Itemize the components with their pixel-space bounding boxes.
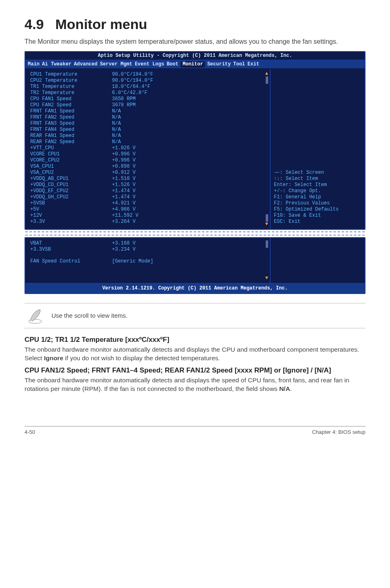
footer-page-number: 4-50 bbox=[25, 429, 35, 435]
row-label: +VDDQ_EF_CPU2 bbox=[30, 188, 112, 194]
scroll-thumb-bottom[interactable] bbox=[266, 214, 268, 222]
tab-main[interactable]: Main bbox=[28, 61, 40, 67]
table-row: +12V+11.592 V bbox=[30, 213, 267, 219]
fan-speed-control-row[interactable]: FAN Speed ControlGeneric Mode bbox=[30, 258, 267, 265]
row-value: Generic Mode bbox=[112, 258, 153, 265]
section-title: Monitor menu bbox=[55, 16, 147, 32]
scroll-up-icon[interactable]: ▲ bbox=[265, 71, 268, 77]
table-row: +VDDQ_GH_CPU2+1.474 V bbox=[30, 194, 267, 200]
help-line: ESC: Exit bbox=[274, 219, 338, 225]
tab-security[interactable]: Security bbox=[207, 61, 231, 67]
tab-advanced[interactable]: Advanced bbox=[74, 61, 98, 67]
help-line: ↑↓: Select Item bbox=[274, 176, 338, 182]
table-row: CPU2 Temperature90.0°C/194.0°F bbox=[30, 78, 267, 84]
para-text: if you do not wish to display the detect… bbox=[63, 355, 220, 361]
row-value: 90.0°C/194.0°F bbox=[112, 72, 153, 78]
row-label: VSA_CPU2 bbox=[30, 170, 112, 176]
row-value: +11.592 V bbox=[112, 213, 139, 219]
row-label: +5V bbox=[30, 206, 112, 213]
para-text: . bbox=[290, 385, 292, 392]
scroll-down-icon[interactable]: ▼ bbox=[265, 221, 268, 227]
tab-exit[interactable]: Exit bbox=[247, 61, 259, 67]
row-value: +1.474 V bbox=[112, 188, 136, 194]
row-label: VBAT bbox=[30, 240, 112, 247]
table-row: +VDDQ_EF_CPU2+1.474 V bbox=[30, 188, 267, 194]
note-callout: Use the scroll to view items. bbox=[25, 303, 365, 328]
row-label: FRNT FAN1 Speed bbox=[30, 108, 112, 114]
scroll-down-icon-2[interactable]: ▼ bbox=[265, 275, 268, 281]
paragraph-fanspeed: The onboard hardware monitor automatical… bbox=[25, 376, 365, 393]
table-row: REAR FAN1 SpeedN/A bbox=[30, 133, 267, 139]
row-value: +1.510 V bbox=[112, 176, 136, 182]
row-value: N/A bbox=[112, 133, 121, 139]
bios-footer: Version 2.14.1219. Copyright (C) 2011 Am… bbox=[25, 283, 365, 293]
row-value: +0.996 V bbox=[112, 151, 136, 157]
row-value: +0.912 V bbox=[112, 170, 136, 176]
row-value: 3658 RPM bbox=[112, 96, 136, 102]
bios-left-pane: ▲ ▼ CPU1 Temperature90.0°C/194.0°FCPU2 T… bbox=[25, 69, 271, 229]
paragraph-temperature: The onboard hardware monitor automatical… bbox=[25, 346, 365, 363]
row-value: +3.168 V bbox=[112, 240, 136, 247]
scroll-thumb-top[interactable] bbox=[266, 76, 268, 84]
note-icon bbox=[26, 307, 44, 324]
row-value: +0.898 V bbox=[112, 164, 136, 170]
row-value: N/A bbox=[112, 139, 121, 145]
table-row: +3.3V+3.264 V bbox=[30, 219, 267, 225]
row-label: TR2 Temperature bbox=[30, 90, 112, 96]
bios-right-pane: →←: Select Screen↑↓: Select ItemEnter: S… bbox=[271, 69, 365, 229]
row-label: +3.3VSB bbox=[30, 247, 112, 253]
row-value: +0.996 V bbox=[112, 157, 136, 164]
row-label: +VDDQ_GH_CPU2 bbox=[30, 194, 112, 200]
help-line: F1: General Help bbox=[274, 194, 338, 200]
row-label: FRNT FAN2 Speed bbox=[30, 114, 112, 121]
table-row: VSA_CPU2+0.912 V bbox=[30, 170, 267, 176]
help-line: +/-: Change Opt. bbox=[274, 188, 338, 194]
tab-event-logs[interactable]: Event Logs bbox=[135, 61, 164, 67]
subheading-temperature: CPU 1/2; TR1 1/2 Temperature [xxxºC/xxxº… bbox=[25, 336, 365, 344]
table-row: +3.3VSB+3.234 V bbox=[30, 247, 267, 253]
table-row: +VTT_CPU+1.026 V bbox=[30, 145, 267, 151]
row-label: +5VSB bbox=[30, 200, 112, 206]
para-text: The onboard hardware monitor automatical… bbox=[25, 377, 349, 392]
tab-tool[interactable]: Tool bbox=[233, 61, 245, 67]
row-label: FRNT FAN4 Speed bbox=[30, 127, 112, 133]
row-label: +12V bbox=[30, 213, 112, 219]
section-heading: 4.9Monitor menu bbox=[25, 16, 365, 32]
row-value: +3.234 V bbox=[112, 247, 136, 253]
row-value: N/A bbox=[112, 114, 121, 121]
row-label: REAR FAN1 Speed bbox=[30, 133, 112, 139]
page-footer: 4-50 Chapter 4: BIOS setup bbox=[25, 426, 365, 435]
table-row: +5VSB+4.921 V bbox=[30, 200, 267, 206]
row-label: TR1 Temperature bbox=[30, 84, 112, 90]
row-value: N/A bbox=[112, 121, 121, 127]
row-value: +4.966 V bbox=[112, 206, 136, 213]
tab-monitor[interactable]: Monitor bbox=[181, 61, 204, 67]
bios-split-gap bbox=[25, 231, 365, 236]
row-value: +4.921 V bbox=[112, 200, 136, 206]
help-line: F5: Optimized Defaults bbox=[274, 206, 338, 213]
help-line: F2: Previous Values bbox=[274, 200, 338, 206]
row-value: +1.026 V bbox=[112, 145, 136, 151]
table-row: CPU1 Temperature90.0°C/194.0°F bbox=[30, 72, 267, 78]
row-value: 90.0°C/194.0°F bbox=[112, 78, 153, 84]
subheading-fanspeed: CPU FAN1/2 Speed; FRNT FAN1–4 Speed; REA… bbox=[25, 366, 365, 375]
row-value: +3.264 V bbox=[112, 219, 136, 225]
tab-ai-tweaker[interactable]: Ai Tweaker bbox=[42, 61, 72, 67]
row-label: CPU FAN1 Speed bbox=[30, 96, 112, 102]
table-row: REAR FAN2 SpeedN/A bbox=[30, 139, 267, 145]
row-label: CPU FAN2 Speed bbox=[30, 102, 112, 108]
row-label: VCORE CPU1 bbox=[30, 151, 112, 157]
scroll-thumb-2[interactable] bbox=[266, 240, 268, 248]
footer-chapter: Chapter 4: BIOS setup bbox=[312, 429, 365, 435]
table-row: FRNT FAN3 SpeedN/A bbox=[30, 121, 267, 127]
row-value: N/A bbox=[112, 127, 121, 133]
row-value: 3678 RPM bbox=[112, 102, 136, 108]
row-value: +1.474 V bbox=[112, 194, 136, 200]
tab-boot[interactable]: Boot bbox=[167, 61, 179, 67]
table-row: TR1 Temperature18.0°C/64.4°F bbox=[30, 84, 267, 90]
tab-server-mgmt[interactable]: Server Mgmt bbox=[100, 61, 132, 67]
note-text: Use the scroll to view items. bbox=[52, 312, 128, 319]
bios-screen-top: Aptio Setup Utility - Copyright (C) 2011… bbox=[25, 51, 365, 230]
table-row: TR2 Temperature6.0°C/42.8°F bbox=[30, 90, 267, 96]
table-row: FRNT FAN2 SpeedN/A bbox=[30, 114, 267, 121]
